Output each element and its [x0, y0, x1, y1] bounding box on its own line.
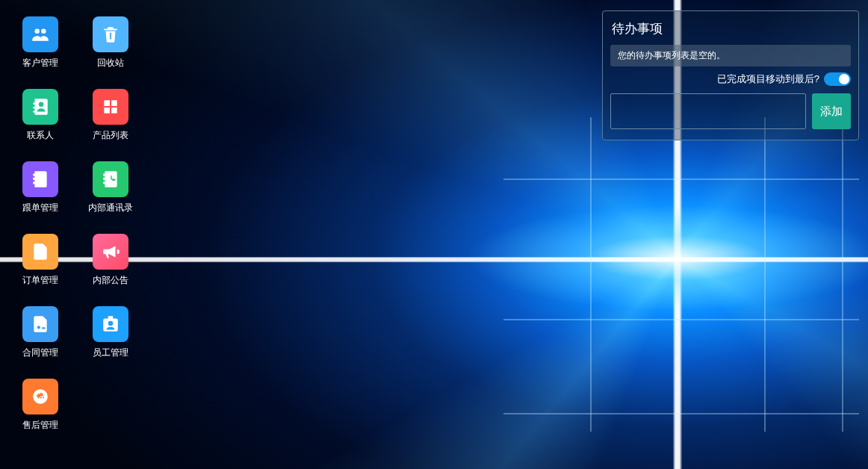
desktop-icon-document[interactable]: 订单管理 [18, 234, 63, 287]
todo-empty-message: 您的待办事项列表是空的。 [610, 45, 851, 66]
todo-panel: 待办事项 您的待办事项列表是空的。 已完成项目移动到最后? 添加 [602, 10, 859, 140]
desktop-icon-label: 回收站 [97, 57, 124, 69]
todo-move-completed-label: 已完成项目移动到最后? [717, 72, 819, 86]
desktop-icon-grid[interactable]: 产品列表 [88, 89, 133, 142]
desktop-icon-label: 产品列表 [93, 129, 128, 142]
orderbook-icon [22, 161, 58, 197]
desktop-icon-label: 联系人 [27, 129, 54, 142]
handshake-icon [22, 379, 58, 414]
desktop-icon-column-2: 回收站产品列表内部通讯录内部公告员工管理 [88, 16, 133, 432]
megaphone-icon [93, 234, 128, 270]
phonebook-icon [93, 161, 128, 197]
badge-icon [93, 306, 128, 342]
desktop-icon-column-1: 客户管理联系人跟单管理订单管理合同管理售后管理 [18, 16, 63, 432]
document-icon [22, 234, 58, 270]
desktop-icon-label: 内部通讯录 [88, 202, 133, 214]
desktop-icon-label: 跟单管理 [22, 202, 58, 214]
grid-icon [93, 89, 128, 125]
desktop-icon-megaphone[interactable]: 内部公告 [88, 234, 133, 287]
move-completed-toggle[interactable] [824, 72, 851, 86]
desktop-icon-label: 员工管理 [93, 347, 128, 359]
desktop-icon-label: 售后管理 [22, 419, 58, 432]
desktop-icon-label: 订单管理 [22, 274, 58, 287]
desktop-icon-orderbook[interactable]: 跟单管理 [18, 161, 63, 214]
contract-icon [22, 306, 58, 342]
desktop-icon-contract[interactable]: 合同管理 [18, 306, 63, 359]
todo-add-button[interactable]: 添加 [812, 93, 851, 129]
trash-icon [93, 16, 128, 52]
desktop-icon-badge[interactable]: 员工管理 [88, 306, 133, 359]
desktop-icon-label: 客户管理 [22, 57, 58, 69]
desktop-icon-trash[interactable]: 回收站 [88, 16, 133, 69]
desktop-icon-label: 内部公告 [93, 274, 128, 287]
todo-move-completed-row: 已完成项目移动到最后? [610, 72, 851, 86]
desktop-icon-label: 合同管理 [22, 347, 58, 359]
desktop-icons-area: 客户管理联系人跟单管理订单管理合同管理售后管理 回收站产品列表内部通讯录内部公告… [18, 16, 133, 432]
users-icon [22, 16, 58, 52]
todo-input[interactable] [610, 93, 806, 129]
todo-title: 待办事项 [610, 20, 851, 37]
desktop-icon-phonebook[interactable]: 内部通讯录 [88, 161, 133, 214]
desktop-icon-users[interactable]: 客户管理 [18, 16, 63, 69]
todo-input-row: 添加 [610, 93, 851, 129]
contacts-icon [22, 89, 58, 125]
desktop-icon-handshake[interactable]: 售后管理 [18, 379, 63, 432]
desktop-icon-contacts[interactable]: 联系人 [18, 89, 63, 142]
